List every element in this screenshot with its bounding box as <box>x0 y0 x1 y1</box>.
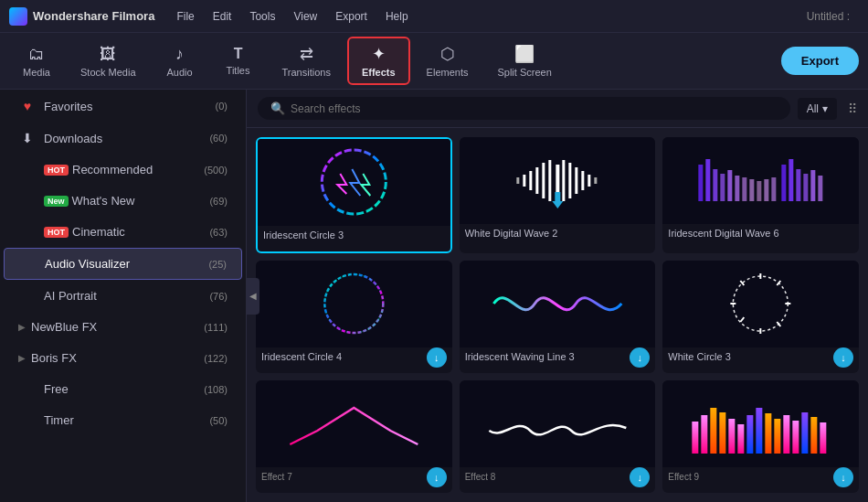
sidebar-collapse-button[interactable]: ◀ <box>247 278 259 315</box>
toolbar-effects[interactable]: ✦ Effects <box>347 37 410 85</box>
svg-rect-2 <box>548 160 551 201</box>
sidebar-item-favorites[interactable]: ♥ Favorites (0) <box>4 91 242 122</box>
download-button-7[interactable]: ↓ <box>427 467 447 487</box>
download-button-4[interactable]: ↓ <box>427 347 447 368</box>
toolbar-elements[interactable]: ⬡ Elements <box>414 38 482 83</box>
svg-rect-11 <box>581 171 584 190</box>
stock-media-icon: 🖼 <box>100 45 116 64</box>
svg-rect-21 <box>736 176 740 201</box>
download-button-6[interactable]: ↓ <box>833 347 853 368</box>
svg-rect-54 <box>784 415 790 454</box>
split-screen-icon: ⬜ <box>514 44 535 64</box>
effect-card-iridescent-digital-wave-6[interactable]: Iridescent Digital Wave 6 <box>662 137 859 253</box>
svg-rect-48 <box>729 419 736 454</box>
app-logo-icon <box>9 7 27 26</box>
sidebar-timer-count: (50) <box>209 415 228 426</box>
effect-card-white-digital-wave-2[interactable]: White Digital Wave 2 <box>460 137 656 253</box>
toolbar-transitions[interactable]: ⇄ Transitions <box>270 38 344 83</box>
menu-edit[interactable]: Edit <box>206 6 239 27</box>
sidebar-item-free[interactable]: Free (108) <box>4 374 242 404</box>
grid-view-icon[interactable]: ⠿ <box>848 101 857 116</box>
effect-preview-4 <box>256 261 452 347</box>
new-badge: New <box>44 196 69 207</box>
toolbar-stock-media[interactable]: 🖼 Stock Media <box>68 39 149 83</box>
sidebar-newblue-label: NewBlue FX <box>31 320 200 334</box>
content-area: 🔍 All ▾ ⠿ <box>247 90 868 502</box>
effect-card-iridescent-circle-4[interactable]: ↓ Iridescent Circle 4 <box>256 261 452 373</box>
download-button-9[interactable]: ↓ <box>833 467 853 487</box>
sidebar-item-ai-portrait[interactable]: AI Portrait (76) <box>4 281 242 311</box>
filter-label: All <box>807 102 819 115</box>
menu-bar: Wondershare Filmora File Edit Tools View… <box>0 0 868 33</box>
effect-name-1: Iridescent Circle 3 <box>258 225 349 245</box>
menu-help[interactable]: Help <box>378 6 416 27</box>
svg-rect-4 <box>535 167 538 194</box>
menu-export[interactable]: Export <box>328 6 375 27</box>
effect-card-9[interactable]: ↓ Effect 9 <box>662 380 859 493</box>
sidebar-whats-new-count: (69) <box>209 196 228 207</box>
effect-card-iridescent-circle-3[interactable]: Iridescent Circle 3 <box>256 137 452 253</box>
effect-preview-8 <box>460 380 656 467</box>
toolbar-split-label: Split Screen <box>497 67 551 78</box>
downloads-icon: ⬇ <box>18 131 37 145</box>
toolbar-audio-label: Audio <box>166 67 192 78</box>
newblue-arrow-icon: ▶ <box>18 322 26 332</box>
export-button[interactable]: Export <box>781 47 859 75</box>
effect-card-8[interactable]: ↓ Effect 8 <box>460 380 656 493</box>
svg-rect-50 <box>747 415 754 454</box>
svg-rect-13 <box>594 177 597 184</box>
toolbar-media[interactable]: 🗂 Media <box>9 39 64 83</box>
toolbar-split-screen[interactable]: ⬜ Split Screen <box>484 38 564 83</box>
svg-point-34 <box>314 263 394 343</box>
svg-line-42 <box>778 281 781 285</box>
svg-rect-15 <box>555 192 560 201</box>
download-button-8[interactable]: ↓ <box>630 467 650 487</box>
sidebar-item-recommended[interactable]: HOT Recommended (500) <box>4 155 242 185</box>
sidebar-audio-visualizer-label: Audio Visualizer <box>45 257 205 271</box>
sidebar: ♥ Favorites (0) ⬇ Downloads (60) HOT Rec… <box>0 90 247 502</box>
sidebar-cinematic-label: Cinematic <box>72 225 206 239</box>
effect-name-7: Effect 7 <box>256 467 298 486</box>
effect-card-white-circle-3[interactable]: ↓ White Circle 3 <box>662 261 859 373</box>
sidebar-item-boris-fx[interactable]: ▶ Boris FX (122) <box>4 343 242 373</box>
svg-rect-44 <box>693 422 699 454</box>
svg-rect-53 <box>775 419 781 454</box>
toolbar-titles[interactable]: T Titles <box>211 40 266 81</box>
effect-card-iridescent-waving-line-3[interactable]: ↓ Iridescent Waving Line 3 <box>460 261 656 373</box>
svg-rect-24 <box>797 169 801 201</box>
app-name: Wondershare Filmora <box>33 9 154 23</box>
sidebar-item-audio-visualizer[interactable]: Audio Visualizer (25) <box>4 248 242 280</box>
svg-rect-16 <box>699 165 704 201</box>
effect-card-7[interactable]: ↓ Effect 7 <box>256 380 452 493</box>
menu-view[interactable]: View <box>286 6 324 27</box>
filter-dropdown[interactable]: All ▾ <box>798 98 837 120</box>
svg-rect-58 <box>820 422 827 454</box>
svg-rect-20 <box>728 170 733 201</box>
sidebar-item-downloads[interactable]: ⬇ Downloads (60) <box>4 123 242 154</box>
sidebar-downloads-label: Downloads <box>44 132 206 145</box>
effect-name-4: Iridescent Circle 4 <box>256 347 347 367</box>
svg-rect-10 <box>575 167 577 194</box>
svg-rect-56 <box>802 412 809 454</box>
download-button-5[interactable]: ↓ <box>630 347 650 368</box>
sidebar-recommended-count: (500) <box>204 165 228 176</box>
effect-name-8: Effect 8 <box>460 467 502 486</box>
sidebar-item-cinematic[interactable]: HOT Cinematic (63) <box>4 217 242 247</box>
search-input[interactable] <box>291 102 778 115</box>
sidebar-item-newblue-fx[interactable]: ▶ NewBlue FX (111) <box>4 312 242 342</box>
sidebar-wrapper: ♥ Favorites (0) ⬇ Downloads (60) HOT Rec… <box>0 90 247 502</box>
svg-rect-26 <box>811 170 816 201</box>
sidebar-item-whats-new[interactable]: New What's New (69) <box>4 186 242 216</box>
toolbar-audio[interactable]: ♪ Audio <box>153 39 207 83</box>
menu-file[interactable]: File <box>169 6 201 27</box>
effect-name-5: Iridescent Waving Line 3 <box>460 347 580 367</box>
sidebar-item-timer[interactable]: Timer (50) <box>4 405 242 435</box>
effect-preview-5 <box>460 261 656 347</box>
sidebar-cinematic-count: (63) <box>209 227 228 238</box>
effect-preview-6 <box>662 261 859 347</box>
titles-icon: T <box>234 46 243 62</box>
media-icon: 🗂 <box>28 45 45 64</box>
menu-tools[interactable]: Tools <box>242 6 282 27</box>
sidebar-boris-label: Boris FX <box>31 351 200 365</box>
svg-rect-30 <box>757 181 762 201</box>
